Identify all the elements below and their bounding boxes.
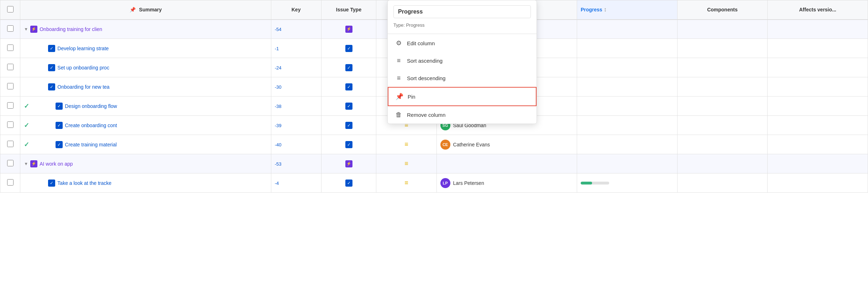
issue-type-icon: ✓ [345, 45, 352, 52]
issue-summary-link[interactable]: AI work on app [40, 161, 73, 167]
progress-cell [577, 77, 677, 97]
affects-cell [768, 97, 868, 116]
header-progress[interactable]: Progress ↕ [577, 0, 677, 20]
sort-descending-icon: ≡ [395, 74, 403, 82]
affects-cell [768, 77, 868, 97]
expand-button[interactable]: ▼ [24, 161, 28, 166]
row-checkbox[interactable] [7, 45, 14, 51]
pin-button[interactable]: 📌 Pin [388, 87, 537, 106]
key-value: -40 [275, 142, 282, 147]
summary-cell: ✓ Take a look at the tracke [20, 173, 271, 193]
progress-cell [577, 39, 677, 58]
issuetype-cell: ✓ [321, 77, 376, 97]
key-label: Key [292, 7, 301, 12]
table-row: ▼ ⚡ AI work on app -53 ⚡ ≡ [0, 154, 868, 173]
header-summary[interactable]: 📌 Summary [20, 0, 271, 20]
issue-type-icon: ✓ [48, 45, 55, 52]
assignee-cell: LP Lars Petersen [440, 178, 573, 188]
issue-summary-link[interactable]: Onboarding training for clien [40, 26, 102, 32]
row-checkbox-cell [0, 116, 20, 135]
row-checkbox[interactable] [7, 25, 14, 32]
row-checkbox[interactable] [7, 102, 14, 109]
affects-cell [768, 154, 868, 173]
priority-cell: ≡ [376, 154, 436, 173]
row-checkbox[interactable] [7, 64, 14, 70]
row-checkbox[interactable] [7, 141, 14, 147]
issuetype-cell: ✓ [321, 39, 376, 58]
row-checkbox-cell [0, 39, 20, 58]
issuetype-cell: ✓ [321, 173, 376, 193]
progress-cell [577, 58, 677, 77]
header-issuetype[interactable]: Issue Type [321, 0, 376, 20]
priority-value: ≡ [404, 141, 408, 148]
affects-cell [768, 20, 868, 39]
progress-cell [577, 116, 677, 135]
issue-type-icon: ✓ [345, 83, 352, 90]
row-checkbox-cell [0, 97, 20, 116]
affects-cell [768, 39, 868, 58]
progress-cell [577, 135, 677, 154]
issue-type-icon: ✓ [345, 141, 352, 148]
components-cell [677, 135, 768, 154]
issue-summary-link[interactable]: Onboarding for new tea [57, 84, 109, 90]
assignee-name: Lars Petersen [453, 180, 484, 186]
issue-summary-link[interactable]: Design onboarding flow [65, 103, 117, 109]
row-checkbox-cell [0, 20, 20, 39]
affects-cell [768, 58, 868, 77]
progress-cell [577, 154, 677, 173]
remove-column-label: Remove column [407, 112, 445, 118]
done-check: ✓ [24, 121, 29, 129]
header-key[interactable]: Key [271, 0, 321, 20]
key-cell: -1 [271, 39, 321, 58]
priority-cell: ≡ [376, 135, 436, 154]
key-value: -39 [275, 123, 282, 128]
summary-cell: ▼ ⚡ Onboarding training for clien [20, 20, 271, 39]
remove-column-button[interactable]: 🗑 Remove column [388, 106, 537, 124]
row-checkbox[interactable] [7, 160, 14, 166]
components-cell [677, 58, 768, 77]
header-affects[interactable]: Affects versio... [768, 0, 868, 20]
sort-descending-button[interactable]: ≡ Sort descending [388, 69, 537, 87]
summary-cell: ✓ ✓ Create training material [20, 135, 271, 154]
key-value: -1 [275, 46, 279, 51]
progress-bar [581, 182, 609, 185]
summary-label: Summary [139, 7, 162, 12]
sort-ascending-button[interactable]: ≡ Sort ascending [388, 52, 537, 69]
issue-type-icon: ⚡ [345, 160, 352, 167]
pin-label: Pin [408, 94, 415, 100]
cursor-icon: ↕ [604, 6, 607, 13]
popup-header: Progress Type: Progress [388, 0, 537, 34]
table-row: ✓ Take a look at the tracke -4 ✓ ≡ LP La… [0, 173, 868, 193]
assignee-cell-wrapper: LP Lars Petersen [436, 173, 577, 193]
progress-cell [577, 173, 677, 193]
done-check: ✓ [24, 102, 29, 110]
key-cell: -38 [271, 97, 321, 116]
row-checkbox[interactable] [7, 121, 14, 128]
key-cell: -4 [271, 173, 321, 193]
select-all-checkbox[interactable] [7, 6, 14, 12]
sort-ascending-label: Sort ascending [407, 58, 443, 64]
issue-summary-link[interactable]: Set up onboarding proc [57, 65, 109, 71]
issue-summary-link[interactable]: Develop learning strate [57, 46, 109, 51]
expand-button[interactable]: ▼ [24, 27, 28, 32]
key-cell: -40 [271, 135, 321, 154]
sort-ascending-icon: ≡ [395, 57, 403, 64]
key-value: -54 [275, 27, 282, 32]
issue-type-icon: ✓ [345, 180, 352, 187]
issue-summary-link[interactable]: Create training material [65, 142, 117, 147]
issue-type-icon: ✓ [56, 141, 63, 148]
issue-type-icon: ⚡ [30, 26, 37, 33]
priority-value: ≡ [404, 179, 408, 186]
issue-summary-link[interactable]: Take a look at the tracke [57, 180, 111, 186]
edit-column-button[interactable]: ⚙ Edit column [388, 34, 537, 52]
issue-summary-link[interactable]: Create onboarding cont [65, 123, 117, 128]
row-checkbox[interactable] [7, 179, 14, 186]
header-components[interactable]: Components [677, 0, 768, 20]
components-cell [677, 39, 768, 58]
edit-column-icon: ⚙ [395, 39, 403, 47]
summary-cell: ✓ ✓ Design onboarding flow [20, 97, 271, 116]
table-container: 📌 Summary Key Issue Type Priority Assign… [0, 0, 868, 291]
issue-type-icon: ⚡ [30, 160, 37, 167]
row-checkbox[interactable] [7, 83, 14, 89]
progress-bar-fill [581, 182, 592, 185]
